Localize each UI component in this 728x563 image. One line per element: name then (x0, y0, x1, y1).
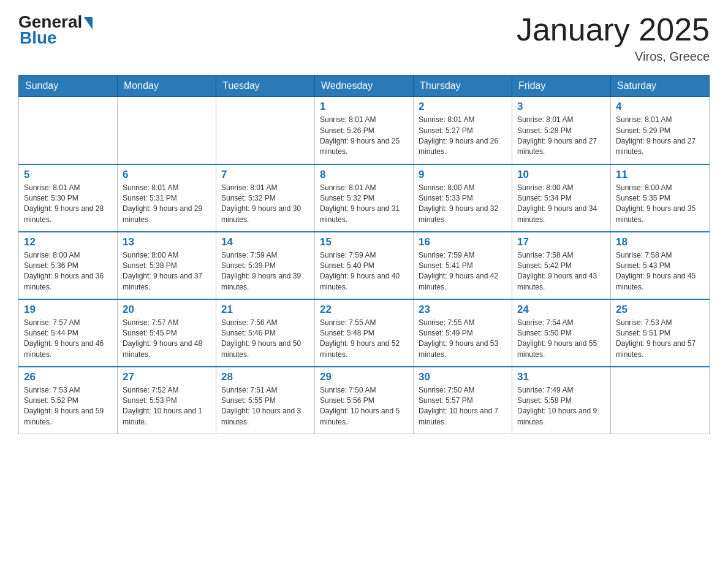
day-number: 28 (221, 371, 309, 383)
day-info: Sunrise: 7:50 AM Sunset: 5:57 PM Dayligh… (419, 385, 507, 428)
table-row: 27Sunrise: 7:52 AM Sunset: 5:53 PM Dayli… (118, 367, 216, 434)
header-tuesday: Tuesday (216, 75, 315, 97)
day-number: 9 (419, 169, 507, 181)
table-row: 21Sunrise: 7:56 AM Sunset: 5:46 PM Dayli… (216, 299, 315, 367)
table-row: 9Sunrise: 8:00 AM Sunset: 5:33 PM Daylig… (414, 164, 512, 232)
table-row: 8Sunrise: 8:01 AM Sunset: 5:32 PM Daylig… (315, 164, 414, 232)
day-number: 17 (517, 236, 605, 248)
table-row: 23Sunrise: 7:55 AM Sunset: 5:49 PM Dayli… (414, 299, 512, 367)
day-info: Sunrise: 8:01 AM Sunset: 5:30 PM Dayligh… (24, 183, 112, 226)
day-info: Sunrise: 7:59 AM Sunset: 5:39 PM Dayligh… (221, 250, 309, 293)
table-row (19, 97, 118, 164)
logo: General Blue (18, 12, 93, 48)
day-info: Sunrise: 7:59 AM Sunset: 5:40 PM Dayligh… (320, 250, 408, 293)
day-number: 22 (320, 304, 408, 316)
calendar-week-row: 1Sunrise: 8:01 AM Sunset: 5:26 PM Daylig… (19, 97, 710, 164)
table-row: 18Sunrise: 7:58 AM Sunset: 5:43 PM Dayli… (611, 232, 710, 299)
day-info: Sunrise: 7:53 AM Sunset: 5:51 PM Dayligh… (616, 318, 704, 361)
table-row: 11Sunrise: 8:00 AM Sunset: 5:35 PM Dayli… (611, 164, 710, 232)
table-row: 24Sunrise: 7:54 AM Sunset: 5:50 PM Dayli… (512, 299, 611, 367)
day-number: 31 (517, 371, 605, 383)
day-info: Sunrise: 7:49 AM Sunset: 5:58 PM Dayligh… (517, 385, 605, 428)
day-number: 30 (419, 371, 507, 383)
day-info: Sunrise: 7:50 AM Sunset: 5:56 PM Dayligh… (320, 385, 408, 428)
calendar-header-row: Sunday Monday Tuesday Wednesday Thursday… (19, 75, 710, 97)
day-info: Sunrise: 7:57 AM Sunset: 5:44 PM Dayligh… (24, 318, 112, 361)
day-info: Sunrise: 7:51 AM Sunset: 5:55 PM Dayligh… (221, 385, 309, 428)
day-number: 18 (616, 236, 704, 248)
day-info: Sunrise: 7:55 AM Sunset: 5:49 PM Dayligh… (419, 318, 507, 361)
header-monday: Monday (118, 75, 216, 97)
title-section: January 2025 Viros, Greece (517, 12, 710, 64)
day-number: 7 (221, 169, 309, 181)
table-row: 15Sunrise: 7:59 AM Sunset: 5:40 PM Dayli… (315, 232, 414, 299)
day-info: Sunrise: 8:01 AM Sunset: 5:27 PM Dayligh… (419, 115, 507, 158)
table-row (118, 97, 216, 164)
day-number: 5 (24, 169, 112, 181)
table-row: 1Sunrise: 8:01 AM Sunset: 5:26 PM Daylig… (315, 97, 414, 164)
table-row (216, 97, 315, 164)
header-wednesday: Wednesday (315, 75, 414, 97)
day-number: 10 (517, 169, 605, 181)
table-row: 22Sunrise: 7:55 AM Sunset: 5:48 PM Dayli… (315, 299, 414, 367)
day-info: Sunrise: 7:59 AM Sunset: 5:41 PM Dayligh… (419, 250, 507, 293)
header-friday: Friday (512, 75, 611, 97)
table-row: 17Sunrise: 7:58 AM Sunset: 5:42 PM Dayli… (512, 232, 611, 299)
logo-blue-text: Blue (20, 28, 57, 48)
day-info: Sunrise: 8:00 AM Sunset: 5:38 PM Dayligh… (123, 250, 211, 293)
table-row: 16Sunrise: 7:59 AM Sunset: 5:41 PM Dayli… (414, 232, 512, 299)
day-number: 6 (123, 169, 211, 181)
day-info: Sunrise: 8:01 AM Sunset: 5:26 PM Dayligh… (320, 115, 408, 158)
day-info: Sunrise: 8:01 AM Sunset: 5:32 PM Dayligh… (320, 183, 408, 226)
day-number: 4 (616, 101, 704, 113)
logo-triangle-icon (84, 17, 93, 29)
day-info: Sunrise: 8:00 AM Sunset: 5:35 PM Dayligh… (616, 183, 704, 226)
day-number: 19 (24, 304, 112, 316)
day-info: Sunrise: 8:00 AM Sunset: 5:33 PM Dayligh… (419, 183, 507, 226)
day-number: 13 (123, 236, 211, 248)
day-number: 29 (320, 371, 408, 383)
header-thursday: Thursday (414, 75, 512, 97)
day-info: Sunrise: 7:55 AM Sunset: 5:48 PM Dayligh… (320, 318, 408, 361)
day-info: Sunrise: 8:00 AM Sunset: 5:34 PM Dayligh… (517, 183, 605, 226)
day-number: 20 (123, 304, 211, 316)
table-row: 10Sunrise: 8:00 AM Sunset: 5:34 PM Dayli… (512, 164, 611, 232)
calendar-table: Sunday Monday Tuesday Wednesday Thursday… (18, 75, 710, 434)
table-row: 14Sunrise: 7:59 AM Sunset: 5:39 PM Dayli… (216, 232, 315, 299)
day-number: 11 (616, 169, 704, 181)
day-info: Sunrise: 8:00 AM Sunset: 5:36 PM Dayligh… (24, 250, 112, 293)
day-info: Sunrise: 7:54 AM Sunset: 5:50 PM Dayligh… (517, 318, 605, 361)
day-number: 16 (419, 236, 507, 248)
day-number: 12 (24, 236, 112, 248)
day-number: 14 (221, 236, 309, 248)
day-number: 8 (320, 169, 408, 181)
day-info: Sunrise: 8:01 AM Sunset: 5:28 PM Dayligh… (517, 115, 605, 158)
day-info: Sunrise: 7:53 AM Sunset: 5:52 PM Dayligh… (24, 385, 112, 428)
calendar-title: January 2025 (517, 12, 710, 47)
table-row: 29Sunrise: 7:50 AM Sunset: 5:56 PM Dayli… (315, 367, 414, 434)
location-subtitle: Viros, Greece (517, 50, 710, 64)
day-info: Sunrise: 8:01 AM Sunset: 5:32 PM Dayligh… (221, 183, 309, 226)
day-number: 21 (221, 304, 309, 316)
day-info: Sunrise: 7:57 AM Sunset: 5:45 PM Dayligh… (123, 318, 211, 361)
day-number: 26 (24, 371, 112, 383)
header-sunday: Sunday (19, 75, 118, 97)
day-info: Sunrise: 8:01 AM Sunset: 5:29 PM Dayligh… (616, 115, 704, 158)
table-row: 6Sunrise: 8:01 AM Sunset: 5:31 PM Daylig… (118, 164, 216, 232)
table-row: 5Sunrise: 8:01 AM Sunset: 5:30 PM Daylig… (19, 164, 118, 232)
day-number: 1 (320, 101, 408, 113)
table-row: 30Sunrise: 7:50 AM Sunset: 5:57 PM Dayli… (414, 367, 512, 434)
table-row: 26Sunrise: 7:53 AM Sunset: 5:52 PM Dayli… (19, 367, 118, 434)
table-row: 7Sunrise: 8:01 AM Sunset: 5:32 PM Daylig… (216, 164, 315, 232)
table-row: 2Sunrise: 8:01 AM Sunset: 5:27 PM Daylig… (414, 97, 512, 164)
calendar-week-row: 26Sunrise: 7:53 AM Sunset: 5:52 PM Dayli… (19, 367, 710, 434)
day-number: 3 (517, 101, 605, 113)
table-row (611, 367, 710, 434)
table-row: 19Sunrise: 7:57 AM Sunset: 5:44 PM Dayli… (19, 299, 118, 367)
day-number: 2 (419, 101, 507, 113)
table-row: 12Sunrise: 8:00 AM Sunset: 5:36 PM Dayli… (19, 232, 118, 299)
table-row: 20Sunrise: 7:57 AM Sunset: 5:45 PM Dayli… (118, 299, 216, 367)
day-info: Sunrise: 7:56 AM Sunset: 5:46 PM Dayligh… (221, 318, 309, 361)
page-header: General Blue January 2025 Viros, Greece (18, 12, 710, 64)
day-number: 24 (517, 304, 605, 316)
